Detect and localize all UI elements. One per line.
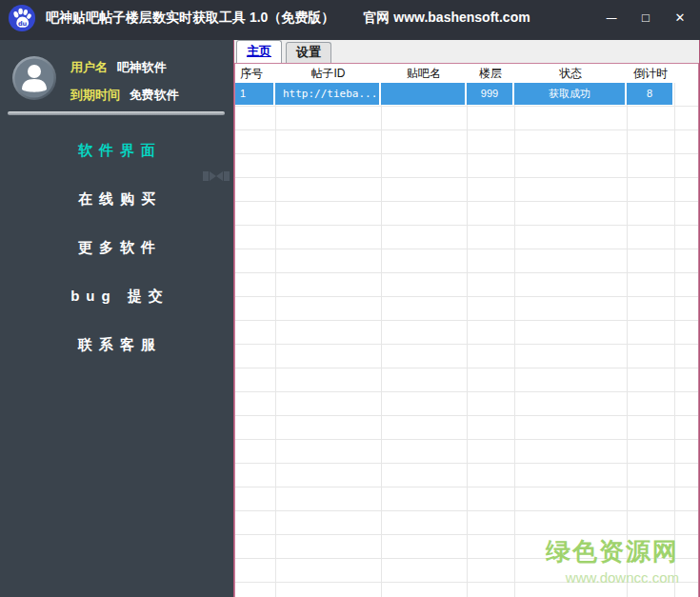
username-line: 用户名 吧神软件: [70, 59, 179, 76]
app-title: 吧神贴吧帖子楼层数实时获取工具 1.0（免费版）: [46, 10, 334, 27]
sidebar-item-more-software[interactable]: 更多软件: [0, 223, 233, 271]
column-header-index[interactable]: 序号: [235, 64, 275, 83]
cell-countdown[interactable]: 8: [627, 83, 674, 105]
table-header: 序号 帖子ID 贴吧名 楼层 状态 倒计时: [235, 64, 698, 83]
sidebar-item-bug-report[interactable]: bug 提交: [0, 271, 233, 320]
grid-line: [467, 83, 468, 597]
posts-table: 序号 帖子ID 贴吧名 楼层 状态 倒计时 1 http://tieba....: [234, 63, 699, 597]
cell-status[interactable]: 获取成功: [514, 83, 627, 105]
table-body[interactable]: 1 http://tieba.... 999 获取成功 8: [235, 83, 698, 597]
baidu-paw-icon: du: [8, 4, 36, 32]
sidebar-item-buy-online[interactable]: 在线购买: [0, 174, 233, 223]
expire-line: 到期时间 免费软件: [70, 87, 179, 104]
cell-floor[interactable]: 999: [467, 83, 514, 105]
official-site-link[interactable]: 官网 www.bashensoft.com: [363, 10, 530, 27]
column-header-bar-name[interactable]: 贴吧名: [381, 64, 467, 83]
tab-home[interactable]: 主页: [236, 40, 282, 63]
sidebar-item-label: 在线购买: [78, 190, 162, 207]
column-header-post-id[interactable]: 帖子ID: [275, 64, 381, 83]
sidebar-item-label: bug 提交: [70, 288, 170, 304]
svg-text:du: du: [18, 20, 28, 28]
main-panel: 主页 设置 序号 帖子ID 贴吧名 楼层 状态 倒计时 1: [233, 40, 700, 597]
sidebar-item-software-ui[interactable]: 软件界面: [0, 126, 233, 174]
column-header-countdown[interactable]: 倒计时: [627, 64, 674, 83]
sidebar: 用户名 吧神软件 到期时间 免费软件 软件界面: [0, 40, 233, 597]
grid-line: [275, 83, 276, 597]
window-controls: ─ □ ✕: [601, 9, 690, 28]
app-window: du 吧神贴吧帖子楼层数实时获取工具 1.0（免费版） 官网 www.bashe…: [0, 0, 700, 597]
sidebar-item-label: 更多软件: [78, 239, 162, 255]
grid-line: [514, 83, 515, 597]
table-row[interactable]: 1 http://tieba.... 999 获取成功 8: [235, 83, 674, 107]
titlebar: du 吧神贴吧帖子楼层数实时获取工具 1.0（免费版） 官网 www.bashe…: [0, 0, 700, 40]
maximize-button[interactable]: □: [635, 9, 656, 28]
username-label: 用户名: [70, 60, 108, 74]
grid-line: [627, 83, 628, 597]
sidebar-item-contact-support[interactable]: 联系客服: [0, 320, 233, 368]
column-header-floor[interactable]: 楼层: [467, 64, 514, 83]
cell-index[interactable]: 1: [235, 83, 275, 105]
column-header-spacer: [674, 64, 698, 83]
close-button[interactable]: ✕: [670, 9, 690, 28]
column-header-status[interactable]: 状态: [514, 64, 627, 83]
expire-label: 到期时间: [70, 88, 120, 102]
cell-post-id[interactable]: http://tieba....: [275, 83, 381, 105]
sidebar-item-label: 软件界面: [78, 142, 162, 158]
sidebar-item-label: 联系客服: [78, 336, 162, 352]
active-item-indicator-icon: [203, 152, 230, 164]
user-info: 用户名 吧神软件 到期时间 免费软件: [70, 55, 179, 114]
tab-bar: 主页 设置: [234, 40, 699, 63]
expire-value: 免费软件: [130, 88, 179, 102]
user-silhouette-icon[interactable]: [11, 55, 57, 101]
sidebar-menu: 软件界面 在线购买 更多软件 bug 提交: [0, 126, 233, 368]
cell-bar-name[interactable]: [381, 83, 467, 105]
tab-settings[interactable]: 设置: [286, 42, 331, 63]
user-info-row: 用户名 吧神软件 到期时间 免费软件: [11, 55, 226, 114]
grid-line: [674, 83, 675, 597]
minimize-button[interactable]: ─: [601, 9, 622, 28]
sidebar-divider: [8, 111, 225, 115]
username-value: 吧神软件: [117, 60, 167, 74]
grid-line: [381, 83, 382, 597]
